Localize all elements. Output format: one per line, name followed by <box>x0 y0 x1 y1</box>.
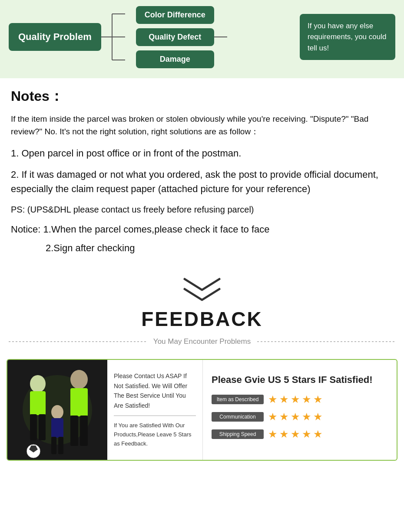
defect-items: Color Difference Quality Defect Damage <box>136 6 214 68</box>
star-4: ★ <box>302 428 311 440</box>
stars-shipping: ★ ★ ★ ★ ★ <box>268 428 323 440</box>
star-3: ★ <box>291 428 300 440</box>
rating-row-item-described: Item as Described ★ ★ ★ ★ ★ <box>212 393 388 406</box>
notes-notice2: 2.Sign after checking <box>46 241 393 255</box>
stars-communication: ★ ★ ★ ★ ★ <box>268 411 323 423</box>
feedback-right: Please Gvie US 5 Stars IF Satisfied! Ite… <box>203 360 397 460</box>
defect-damage: Damage <box>136 50 214 68</box>
notes-section: Notes： If the item inside the parcel was… <box>0 78 404 264</box>
defect-color-difference: Color Difference <box>136 6 214 24</box>
encounter-bar: You May Encounter Problems <box>9 337 395 346</box>
star-1: ★ <box>268 411 278 423</box>
svg-rect-15 <box>58 437 63 454</box>
star-3: ★ <box>291 411 300 423</box>
star-2: ★ <box>279 411 289 423</box>
product-image <box>7 360 107 460</box>
notes-body: If the item inside the parcel was broken… <box>11 113 393 138</box>
info-box: If you have any else requirements, you c… <box>300 14 395 60</box>
chevron-down-icon <box>180 277 224 303</box>
rating-label-item-described: Item as Described <box>212 395 264 404</box>
rating-label-communication: Communication <box>212 412 264 422</box>
notes-ps: PS: (UPS&DHL please contact us freely be… <box>11 203 393 216</box>
feedback-left-text: Please Contact Us ASAP If Not Satisfied.… <box>107 360 203 460</box>
feedback-divider <box>114 416 196 416</box>
notes-item1: 1. Open parcel in post office or in fron… <box>11 146 393 160</box>
give-stars-title: Please Gvie US 5 Stars IF Satisfied! <box>212 374 388 386</box>
star-1: ★ <box>268 428 278 440</box>
encounter-line-right <box>257 341 395 342</box>
feedback-card: Please Contact Us ASAP If Not Satisfied.… <box>7 359 397 461</box>
feedback-satisfied-text: If You are Satisfied With Our Products,P… <box>114 421 196 448</box>
star-4: ★ <box>302 411 311 423</box>
right-connector-svg <box>214 4 227 70</box>
star-4: ★ <box>302 393 311 406</box>
top-section: Quality Problem Color Difference Quality… <box>0 0 404 78</box>
svg-rect-14 <box>51 437 56 454</box>
encounter-text: You May Encounter Problems <box>147 337 257 346</box>
quality-problem-label: Quality Problem <box>18 31 92 42</box>
star-1: ★ <box>268 393 278 406</box>
svg-rect-19 <box>80 416 88 446</box>
star-2: ★ <box>279 393 289 406</box>
rating-label-shipping: Shipping Speed <box>212 429 264 439</box>
svg-point-12 <box>51 405 63 419</box>
svg-rect-18 <box>70 416 78 446</box>
star-3: ★ <box>291 393 300 406</box>
notes-item2: 2. If it was damaged or not what you ord… <box>11 167 393 196</box>
feedback-section: FEEDBACK You May Encounter Problems <box>0 264 404 359</box>
svg-rect-10 <box>30 414 37 440</box>
feedback-contact-text: Please Contact Us ASAP If Not Satisfied.… <box>114 371 196 410</box>
people-svg <box>10 360 105 460</box>
encounter-line-left <box>9 341 147 342</box>
svg-rect-9 <box>30 391 46 415</box>
connector-svg <box>101 4 136 70</box>
svg-rect-17 <box>70 388 88 416</box>
svg-rect-13 <box>51 418 63 438</box>
info-box-text: If you have any else requirements, you c… <box>308 22 386 52</box>
svg-point-16 <box>70 370 88 389</box>
svg-point-8 <box>30 375 46 392</box>
svg-rect-11 <box>39 414 46 440</box>
stars-item-described: ★ ★ ★ ★ ★ <box>268 393 323 406</box>
feedback-title: FEEDBACK <box>9 307 395 331</box>
star-2: ★ <box>279 428 289 440</box>
star-5: ★ <box>313 411 323 423</box>
star-5: ★ <box>313 393 323 406</box>
notes-notice1: Notice: 1.When the parcel comes,please c… <box>11 222 393 236</box>
notes-title: Notes： <box>11 87 393 106</box>
rating-row-communication: Communication ★ ★ ★ ★ ★ <box>212 411 388 423</box>
defect-quality-defect: Quality Defect <box>136 28 214 46</box>
quality-problem-box: Quality Problem <box>9 23 101 51</box>
rating-row-shipping: Shipping Speed ★ ★ ★ ★ ★ <box>212 428 388 440</box>
diagram-wrapper: Quality Problem Color Difference Quality… <box>9 4 287 70</box>
star-5: ★ <box>313 428 323 440</box>
